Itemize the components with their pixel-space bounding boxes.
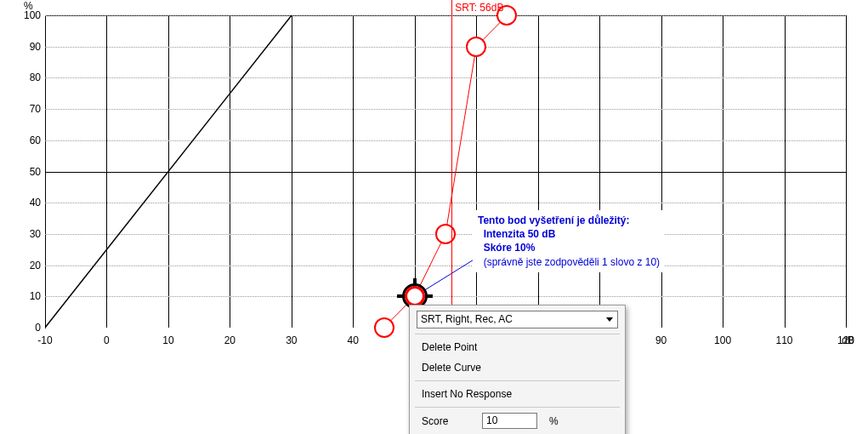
speech-audiogram-chart: 0102030405060708090100-10010203040506070… bbox=[0, 0, 868, 434]
x-tick-label: 0 bbox=[94, 334, 119, 346]
selected-point-annotation: Tento bod vyšetření je důležitý: Intenzi… bbox=[473, 210, 665, 272]
menu-delete-point[interactable]: Delete Point bbox=[413, 337, 621, 357]
score-input[interactable]: 10 bbox=[482, 413, 537, 429]
menu-insert-no-response[interactable]: Insert No Response bbox=[413, 384, 621, 404]
score-label: Score bbox=[422, 415, 477, 427]
grid-vertical bbox=[106, 15, 107, 328]
grid-vertical bbox=[476, 15, 477, 328]
data-point-selected[interactable] bbox=[405, 286, 425, 306]
y-tick-label: 60 bbox=[0, 134, 41, 146]
annotation-detail: (správně jste zodpověděli 1 slovo z 10) bbox=[484, 256, 660, 268]
grid-vertical bbox=[661, 15, 662, 328]
annotation-intensity: Intenzita 50 dB bbox=[484, 228, 556, 240]
y-tick-label: 20 bbox=[0, 260, 41, 271]
menu-separator bbox=[415, 380, 620, 381]
grid-vertical bbox=[846, 15, 847, 328]
x-tick-label: 20 bbox=[217, 334, 242, 346]
grid-vertical bbox=[353, 15, 354, 328]
grid-horizontal bbox=[45, 203, 846, 203]
y-tick-label: 0 bbox=[0, 322, 41, 334]
curve-selector-value: SRT, Right, Rec, AC bbox=[421, 313, 513, 325]
x-tick-label: 90 bbox=[649, 334, 674, 346]
menu-separator bbox=[415, 407, 620, 408]
grid-vertical bbox=[292, 15, 292, 328]
grid-horizontal bbox=[45, 266, 846, 266]
data-point[interactable] bbox=[374, 317, 394, 338]
y-tick-label: 10 bbox=[0, 290, 41, 302]
x-axis-title: dB bbox=[842, 334, 854, 346]
x-tick-label: -10 bbox=[32, 334, 58, 346]
grid-vertical bbox=[538, 15, 539, 328]
grid-horizontal bbox=[45, 296, 846, 297]
plot-area bbox=[45, 15, 847, 328]
data-point[interactable] bbox=[435, 224, 456, 244]
data-point[interactable] bbox=[466, 37, 486, 57]
grid-vertical bbox=[599, 15, 600, 328]
grid-horizontal bbox=[45, 15, 846, 16]
y-tick-label: 100 bbox=[0, 9, 41, 21]
x-axis-zero-line bbox=[46, 172, 847, 173]
grid-vertical bbox=[785, 15, 786, 328]
grid-horizontal bbox=[45, 77, 846, 78]
menu-score-row: Score 10 % bbox=[413, 410, 621, 431]
x-tick-label: 40 bbox=[340, 334, 366, 346]
x-tick-label: 10 bbox=[156, 334, 181, 346]
menu-delete-curve[interactable]: Delete Curve bbox=[413, 357, 621, 378]
grid-horizontal bbox=[45, 47, 846, 48]
grid-horizontal bbox=[45, 140, 846, 141]
point-context-menu: SRT, Right, Rec, AC Delete Point Delete … bbox=[409, 305, 626, 434]
y-axis-title: % bbox=[24, 0, 33, 12]
y-tick-label: 30 bbox=[0, 228, 41, 240]
y-tick-label: 90 bbox=[0, 41, 41, 53]
annotation-score: Skóre 10% bbox=[484, 242, 536, 254]
x-tick-label: 110 bbox=[772, 334, 797, 346]
menu-separator bbox=[415, 334, 620, 334]
score-unit: % bbox=[542, 415, 559, 427]
grid-vertical bbox=[230, 15, 230, 328]
x-tick-label: 30 bbox=[279, 334, 304, 346]
curve-selector-combo[interactable]: SRT, Right, Rec, AC bbox=[417, 311, 618, 328]
y-tick-label: 50 bbox=[0, 166, 41, 178]
y-tick-label: 40 bbox=[0, 197, 41, 208]
grid-vertical bbox=[168, 15, 169, 328]
grid-vertical bbox=[723, 15, 723, 328]
y-tick-label: 70 bbox=[0, 103, 41, 115]
x-tick-label: 100 bbox=[710, 334, 735, 346]
srt-marker-label: SRT: 56dB bbox=[455, 2, 503, 14]
annotation-heading: Tento bod vyšetření je důležitý: bbox=[478, 214, 629, 226]
grid-horizontal bbox=[45, 109, 846, 110]
y-tick-label: 80 bbox=[0, 71, 41, 83]
